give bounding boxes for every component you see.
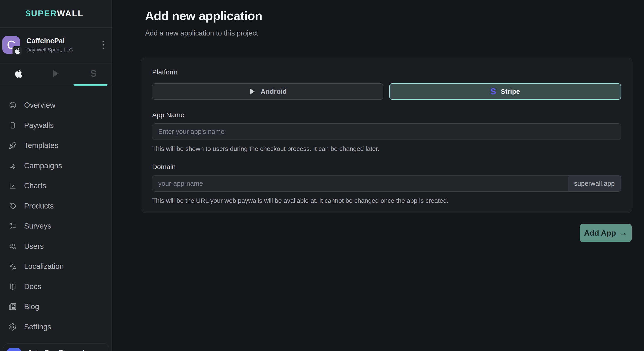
sidebar-item-settings[interactable]: Settings xyxy=(0,317,112,337)
domain-suffix: superwall.app xyxy=(568,175,621,192)
settings-icon xyxy=(9,323,17,331)
app-screen: $UPERWALL C CaffeinePal Day Well Spent, … xyxy=(0,0,644,351)
main-content: Add new application Add a new applicatio… xyxy=(112,0,644,351)
add-app-button[interactable]: Add App → xyxy=(580,224,632,242)
stripe-icon: S xyxy=(490,87,496,97)
tab-google-play[interactable] xyxy=(37,62,74,85)
apple-icon xyxy=(15,69,22,78)
workspace-switcher[interactable]: C CaffeinePal Day Well Spent, LLC xyxy=(0,28,112,62)
users-icon xyxy=(9,242,17,250)
sidebar-item-surveys[interactable]: Surveys xyxy=(0,216,112,236)
workspace-avatar: C xyxy=(2,36,20,54)
sidebar-item-label: Products xyxy=(24,202,54,210)
sidebar-item-blog[interactable]: Blog xyxy=(0,297,112,317)
sidebar-nav: Overview Paywalls Templates Campaigns Ch… xyxy=(0,95,112,337)
templates-icon xyxy=(9,141,17,150)
domain-input-group: superwall.app xyxy=(152,175,621,192)
sidebar-item-label: Docs xyxy=(24,282,41,291)
sidebar-item-label: Overview xyxy=(24,101,56,110)
workspace-name: CaffeinePal xyxy=(26,37,73,45)
localization-icon xyxy=(9,262,17,270)
products-icon xyxy=(9,202,17,210)
sidebar-item-products[interactable]: Products xyxy=(0,196,112,216)
active-tab-indicator xyxy=(74,84,108,86)
page-title: Add new application xyxy=(145,9,262,23)
google-play-icon xyxy=(249,88,256,95)
sidebar-item-label: Templates xyxy=(24,141,58,150)
google-play-icon xyxy=(52,69,60,78)
sidebar-item-label: Campaigns xyxy=(24,161,62,170)
stripe-button-label: Stripe xyxy=(501,88,520,95)
sidebar-item-label: Surveys xyxy=(24,222,51,230)
apple-badge xyxy=(12,46,22,56)
logo-rest-text: WALL xyxy=(57,9,84,18)
app-name-input[interactable] xyxy=(152,123,621,140)
sidebar-item-label: Settings xyxy=(24,322,51,331)
platform-choice-row: Android S Stripe xyxy=(152,83,621,100)
sidebar-item-label: Charts xyxy=(24,181,46,190)
sidebar-item-charts[interactable]: Charts xyxy=(0,176,112,196)
sidebar-item-label: Localization xyxy=(24,262,64,271)
add-app-button-label: Add App xyxy=(584,228,616,237)
sidebar: $UPERWALL C CaffeinePal Day Well Spent, … xyxy=(0,0,112,351)
campaigns-icon xyxy=(9,162,17,170)
tab-apple[interactable] xyxy=(0,62,37,85)
sidebar-item-label: Paywalls xyxy=(24,121,54,130)
discord-icon xyxy=(7,348,21,351)
platform-stripe-button[interactable]: S Stripe xyxy=(389,83,621,100)
sidebar-item-templates[interactable]: Templates xyxy=(0,135,112,156)
logo-accent-text: $UPER xyxy=(26,9,57,18)
blog-icon xyxy=(9,302,17,311)
sidebar-item-label: Users xyxy=(24,242,44,251)
app-name-help-text: This will be shown to users during the c… xyxy=(152,145,621,153)
domain-help-text: This will be the URL your web paywalls w… xyxy=(152,197,621,204)
kebab-menu-icon[interactable] xyxy=(101,39,106,51)
page-subtitle: Add a new application to this project xyxy=(145,29,258,37)
stripe-icon: S xyxy=(90,68,97,79)
sidebar-item-campaigns[interactable]: Campaigns xyxy=(0,156,112,176)
discord-label: Join Our Discord xyxy=(28,348,84,351)
sidebar-item-users[interactable]: Users xyxy=(0,236,112,256)
paywalls-icon xyxy=(9,121,17,130)
sidebar-item-docs[interactable]: Docs xyxy=(0,276,112,297)
platform-android-button[interactable]: Android xyxy=(152,83,384,100)
domain-input[interactable] xyxy=(152,175,568,192)
sidebar-item-paywalls[interactable]: Paywalls xyxy=(0,115,112,136)
overview-icon xyxy=(9,101,17,109)
workspace-org: Day Well Spent, LLC xyxy=(26,47,73,53)
sidebar-item-overview[interactable]: Overview xyxy=(0,95,112,115)
join-discord-card[interactable]: Join Our Discord xyxy=(3,343,109,351)
platform-label: Platform xyxy=(152,68,621,76)
superwall-logo: $UPERWALL xyxy=(26,9,84,19)
brand-logo[interactable]: $UPERWALL xyxy=(0,0,112,28)
charts-icon xyxy=(9,182,17,190)
sidebar-item-label: Blog xyxy=(24,302,39,311)
workspace-info: CaffeinePal Day Well Spent, LLC xyxy=(26,37,73,53)
domain-label: Domain xyxy=(152,163,621,171)
tab-stripe[interactable]: S xyxy=(75,62,112,85)
sidebar-item-localization[interactable]: Localization xyxy=(0,256,112,276)
platform-tabs: S xyxy=(0,62,112,85)
android-button-label: Android xyxy=(260,88,287,95)
surveys-icon xyxy=(9,222,17,230)
docs-icon xyxy=(9,282,17,291)
apple-icon xyxy=(14,48,20,54)
add-application-form-card: Platform Android S Stripe App Name This … xyxy=(141,58,632,213)
arrow-right-icon: → xyxy=(619,228,628,238)
app-name-label: App Name xyxy=(152,111,621,119)
